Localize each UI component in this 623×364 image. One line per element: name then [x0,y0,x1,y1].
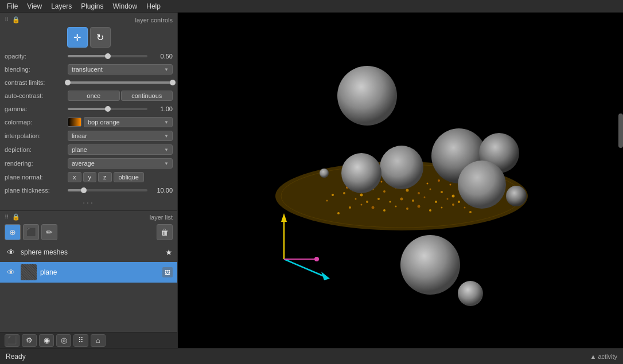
contrast-slider[interactable] [68,81,173,84]
layer-item-plane[interactable]: 👁 plane 🖼 [0,262,177,283]
transform-tool-btn[interactable]: ↻ [90,27,111,48]
svg-point-36 [332,194,334,196]
panel-divider [0,210,177,211]
contrast-limits-label: contrast limits: [5,79,68,86]
svg-point-46 [427,183,429,185]
svg-point-5 [360,194,363,197]
blending-dropdown[interactable]: translucent ▼ [68,64,173,75]
blending-value: translucent [72,66,103,73]
auto-contrast-row: auto-contrast: once continuous [0,89,177,103]
home-btn[interactable]: ⌂ [91,334,106,347]
colormap-dropdown[interactable]: bop orange ▼ [84,117,173,127]
gamma-value: 1.00 [151,105,173,112]
new-points-layer-btn[interactable]: ⊕ [5,224,21,240]
svg-point-60 [506,186,527,206]
gamma-slider[interactable] [68,108,147,110]
layer-list-title: layer list [20,214,173,221]
contrast-thumb-left[interactable] [65,80,71,85]
svg-point-56 [341,153,381,193]
svg-point-33 [441,207,443,209]
depiction-dropdown[interactable]: plane ▼ [68,144,173,155]
activity-button[interactable]: ▲ activity [590,353,617,360]
layer-item-sphere-meshes[interactable]: 👁 sphere meshes ★ [0,242,177,262]
svg-point-48 [450,184,451,186]
auto-contrast-buttons: once continuous [68,91,173,101]
sphere-meshes-star-icon[interactable]: ★ [165,248,173,257]
svg-point-15 [377,198,380,200]
interpolation-row: interpolation: linear ▼ [0,129,177,143]
plane-thickness-value: 10.00 [151,187,173,194]
opacity-content: 0.50 [68,53,173,60]
layer-controls-title: layer controls [20,17,173,24]
svg-point-47 [438,179,440,182]
svg-point-27 [372,206,375,209]
3d-viewport[interactable] [178,13,623,348]
interpolation-arrow-icon: ▼ [164,134,169,139]
left-panel: ⠿ 🔒 layer controls ✛ ↻ opacity: 0.50 [0,13,178,348]
contrast-limits-row: contrast limits: [0,76,177,89]
svg-point-19 [424,197,426,198]
gamma-label: gamma: [5,105,68,112]
plane-thickness-content: 10.00 [68,187,173,194]
rendering-label: rendering: [5,160,68,167]
more-options-dots[interactable]: ··· [0,197,177,208]
plugin-btn[interactable]: ⚙ [22,334,37,347]
colormap-arrow-icon: ▼ [164,120,169,125]
opacity-slider[interactable] [68,55,147,57]
menu-file[interactable]: File [2,1,22,11]
terminal-btn[interactable]: ⬛ [5,334,20,347]
x-axis-btn[interactable]: x [68,172,81,182]
contrast-thumb-right[interactable] [170,80,176,85]
svg-point-3 [343,192,345,194]
activity-label: activity [598,353,617,360]
menu-layers[interactable]: Layers [46,1,76,11]
grid-dots-btn[interactable]: ⠿ [73,334,88,347]
new-labels-layer-btn[interactable]: ✏ [41,224,57,240]
cube-outline-btn[interactable]: ◎ [56,334,71,347]
svg-point-26 [361,204,363,206]
contrast-content [68,81,173,84]
svg-point-9 [406,189,409,192]
new-shapes-layer-btn[interactable]: ⬛ [23,224,39,240]
oblique-btn[interactable]: oblique [114,172,144,182]
blending-row: blending: translucent ▼ [0,62,177,76]
colormap-preview [68,118,81,127]
svg-point-31 [418,205,420,208]
svg-point-10 [418,192,420,194]
menu-view[interactable]: View [22,1,46,11]
svg-point-41 [469,211,472,213]
move-tool-btn[interactable]: ✛ [67,27,88,48]
svg-point-21 [355,198,357,200]
gamma-content: 1.00 [68,105,173,112]
auto-contrast-label: auto-contrast: [5,92,68,99]
y-axis-btn[interactable]: y [83,172,97,182]
rendering-value: average [72,160,95,167]
drag-handle-dots: ⠿ [5,17,9,23]
plane-type-icon: 🖼 [162,267,173,277]
interpolation-dropdown[interactable]: linear ▼ [68,131,173,141]
plane-visibility-icon[interactable]: 👁 [5,266,17,279]
plane-thumbnail [21,264,37,280]
menubar: File View Layers Plugins Window Help [0,0,623,13]
z-axis-btn[interactable]: z [98,172,112,182]
cube-btn[interactable]: ◉ [39,334,54,347]
rendering-dropdown[interactable]: average ▼ [68,158,173,169]
layer-list-lock-icon: 🔒 [12,213,20,221]
menu-plugins[interactable]: Plugins [76,1,108,11]
tool-row: ✛ ↻ [0,25,177,50]
viewport-scrollbar[interactable] [618,113,623,148]
menu-help[interactable]: Help [142,1,165,11]
continuous-btn[interactable]: continuous [121,91,173,101]
delete-layer-btn[interactable]: 🗑 [157,224,173,240]
menu-window[interactable]: Window [108,1,142,11]
once-btn[interactable]: once [68,91,120,101]
depiction-content: plane ▼ [68,144,173,155]
interpolation-value: linear [72,132,87,139]
svg-point-55 [380,146,423,189]
plane-thickness-slider[interactable] [68,189,147,191]
auto-contrast-content: once continuous [68,91,173,101]
sphere-meshes-visibility-icon[interactable]: 👁 [5,246,17,259]
layer-controls-section: ⠿ 🔒 layer controls ✛ ↻ opacity: 0.50 [0,13,177,209]
statusbar: Ready ▲ activity [0,348,623,364]
interpolation-content: linear ▼ [68,131,173,141]
